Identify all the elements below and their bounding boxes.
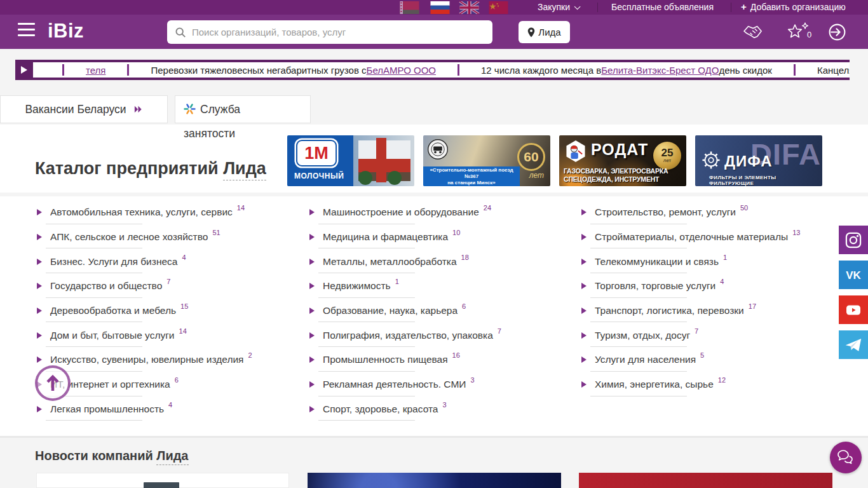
banner-caption: МОЛОЧНЫЙ xyxy=(294,172,344,180)
category-link[interactable]: Полиграфия, издательство, упаковка 7 xyxy=(309,323,580,348)
instagram-button[interactable] xyxy=(839,226,868,254)
menu-bar xyxy=(18,29,35,30)
free-ads-link[interactable]: Бесплатные объявления xyxy=(611,0,714,15)
vk-icon: VK xyxy=(843,268,864,282)
ticker-company-link[interactable]: БелАМРО ООО xyxy=(367,65,436,76)
partners-button[interactable] xyxy=(742,23,766,43)
search-icon[interactable] xyxy=(175,27,186,38)
category-count: 6 xyxy=(462,302,466,310)
login-button[interactable] xyxy=(827,22,847,44)
news-ticker: теля Перевозки тяжеловесных негабаритных… xyxy=(15,60,850,80)
flag-russia[interactable] xyxy=(430,1,451,14)
youtube-button[interactable] xyxy=(839,295,868,324)
employment-service-button[interactable]: Служба занятости xyxy=(175,95,311,123)
stars-icon xyxy=(787,22,810,41)
ticker-play-button[interactable] xyxy=(15,60,33,80)
gear-icon xyxy=(702,151,721,170)
ticker-company-link[interactable]: Белита-Витэкс-Брест ОДО xyxy=(601,65,719,76)
category-link[interactable]: АПК, сельское и лесное хозяйство 51 xyxy=(37,225,307,250)
news-city-link[interactable]: Лида xyxy=(156,449,188,465)
triangle-bullet-icon xyxy=(581,234,587,240)
category-link[interactable]: Бизнес. Услуги для бизнеса 4 xyxy=(37,249,307,274)
search-bar xyxy=(167,20,492,44)
banner-caption: «Строительно-монтажный поезд №367 на ста… xyxy=(423,166,520,186)
category-link[interactable]: Услуги для населения 5 xyxy=(581,348,851,372)
category-link[interactable]: Рекламная деятельность. СМИ 3 xyxy=(309,372,580,397)
vacancies-button[interactable]: Вакансии Беларуси xyxy=(0,95,168,123)
search-input[interactable] xyxy=(192,27,485,37)
chat-widget-button[interactable] xyxy=(830,442,862,473)
topbar-separator xyxy=(731,3,731,12)
site-logo[interactable]: iBiz xyxy=(48,20,84,43)
category-link[interactable]: Химия, энергетика, сырье 12 xyxy=(581,372,851,397)
chevron-down-icon xyxy=(574,3,581,10)
triangle-bullet-icon xyxy=(37,406,42,412)
plus-icon: + xyxy=(741,1,747,12)
category-link[interactable]: Образование, наука, карьера 6 xyxy=(309,299,580,323)
banner-brand: РОДАТ xyxy=(591,140,648,159)
category-label: Легкая промышленность xyxy=(50,403,164,415)
ad-banner-smp367[interactable]: 60 лет «Строительно-монтажный поезд №367… xyxy=(423,135,550,186)
catalog-city-link[interactable]: Лида xyxy=(223,159,266,180)
anniversary-medal: 25 лет xyxy=(653,142,681,170)
category-count: 3 xyxy=(470,376,474,384)
telegram-button[interactable] xyxy=(839,330,868,359)
category-link[interactable]: Металлы, металлообработка 18 xyxy=(309,249,580,274)
ad-banner-molochny[interactable]: 1М МОЛОЧНЫЙ xyxy=(287,135,414,186)
scroll-to-top-button[interactable] xyxy=(35,365,71,401)
add-organization-label: Добавить организацию xyxy=(750,2,846,12)
flag-belarus[interactable] xyxy=(399,1,420,14)
news-card[interactable] xyxy=(36,473,289,488)
category-link[interactable]: Спорт, здоровье, красота 3 xyxy=(309,397,580,422)
ticker-company-link[interactable]: теля xyxy=(86,65,105,76)
category-link[interactable]: ИТ, интернет и оргтехника 6 xyxy=(37,372,307,397)
category-link[interactable]: Машиностроение и оборудование 24 xyxy=(309,200,580,225)
news-card[interactable] xyxy=(579,473,832,488)
category-label: Телекоммуникации и связь xyxy=(595,256,719,268)
category-link[interactable]: Легкая промышленность 4 xyxy=(37,397,307,422)
anniversary-badge: 60 xyxy=(517,143,545,171)
category-count: 4 xyxy=(182,254,186,261)
category-link[interactable]: Торговля, торговые услуги 4 xyxy=(581,274,851,299)
category-label: Туризм, отдых, досуг xyxy=(595,330,690,341)
ticker-item: Канцелярские това xyxy=(772,64,850,76)
category-link[interactable]: Деревообработка и мебель 15 xyxy=(37,299,307,323)
category-link[interactable]: Недвижимость 1 xyxy=(309,274,580,299)
category-link[interactable]: Туризм, отдых, досуг 7 xyxy=(581,323,851,348)
category-link[interactable]: Дом и быт, бытовые услуги 14 xyxy=(37,323,307,348)
menu-button[interactable] xyxy=(18,23,35,36)
category-link[interactable]: Транспорт, логистика, перевозки 17 xyxy=(581,299,851,323)
category-link[interactable]: Искусство, сувениры, ювелирные изделия 2 xyxy=(37,348,307,372)
menu-bar xyxy=(18,34,35,36)
flag-uk[interactable] xyxy=(459,1,480,14)
banner-text-line: ГАЗОСВАРКА, ЭЛЕКТРОСВАРКА xyxy=(564,167,668,175)
triangle-bullet-icon xyxy=(37,332,42,339)
triangle-bullet-icon xyxy=(309,406,315,412)
city-selector-button[interactable]: Лида xyxy=(519,21,570,43)
news-card[interactable] xyxy=(308,473,561,488)
favorites-button[interactable]: 0 xyxy=(787,22,811,41)
vk-button[interactable]: VK xyxy=(839,261,868,289)
tree-image xyxy=(358,171,372,185)
banner-text-line: на станции Минск» xyxy=(423,180,520,186)
category-link[interactable]: Государство и общество 7 xyxy=(37,274,307,299)
category-count: 15 xyxy=(180,302,188,310)
chat-bubbles-icon xyxy=(836,449,855,466)
category-link[interactable]: Автомобильная техника, услуги, сервис 14 xyxy=(37,200,307,225)
menu-bar xyxy=(18,23,35,25)
add-organization-link[interactable]: +Добавить организацию xyxy=(741,0,846,15)
category-link[interactable]: Промышленность пищевая 16 xyxy=(309,348,580,372)
category-label: Автомобильная техника, услуги, сервис xyxy=(50,207,233,218)
triangle-bullet-icon xyxy=(309,259,315,265)
category-link[interactable]: Строительство, ремонт, услуги 50 xyxy=(581,200,851,225)
flag-china[interactable] xyxy=(488,1,509,14)
ad-banner-difa[interactable]: DIFA ДИФА ФИЛЬТРЫ И ЭЛЕМЕНТЫ ФИЛЬТРУЮЩИЕ xyxy=(695,135,822,186)
news-title: Новости компаний Лида xyxy=(35,449,189,463)
ad-banner-rodat[interactable]: РОДАТ 25 лет ГАЗОСВАРКА, ЭЛЕКТРОСВАРКА С… xyxy=(559,135,686,186)
category-link[interactable]: Стройматериалы, отделочные материалы 13 xyxy=(581,225,851,250)
category-link[interactable]: Медицина и фармацевтика 10 xyxy=(309,225,580,250)
category-link[interactable]: Телекоммуникации и связь 1 xyxy=(581,249,851,274)
purchases-menu[interactable]: Закупки xyxy=(538,0,578,15)
banner-logo: 1М xyxy=(296,140,337,166)
category-label: Бизнес. Услуги для бизнеса xyxy=(50,256,177,268)
